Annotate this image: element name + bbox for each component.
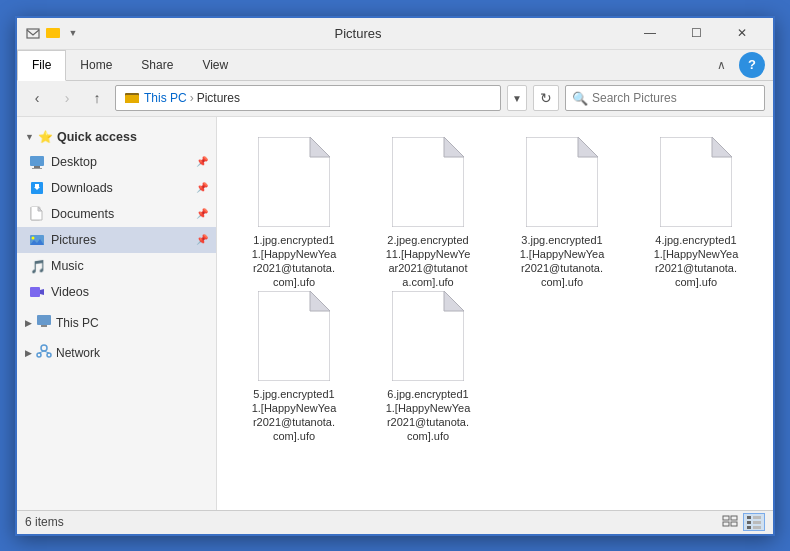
large-icons-view-btn[interactable] (743, 513, 765, 531)
path-dropdown-btn[interactable]: ▼ (507, 85, 527, 111)
this-pc-chevron: ▶ (25, 318, 32, 328)
svg-rect-45 (753, 521, 761, 524)
svg-rect-38 (723, 522, 729, 526)
sidebar: ▼ ⭐ Quick access Desktop 📌 Downloads 📌 (17, 117, 217, 510)
svg-rect-40 (731, 522, 737, 526)
svg-rect-19 (41, 325, 47, 327)
file-area: 1.jpg.encrypted1 1.[HappyNewYea r2021@tu… (217, 117, 773, 510)
svg-rect-3 (125, 95, 139, 103)
sidebar-music-label: Music (51, 259, 84, 273)
file-item[interactable]: 1.jpg.encrypted1 1.[HappyNewYea r2021@tu… (229, 129, 359, 279)
minimize-button[interactable]: — (627, 17, 673, 49)
sidebar-desktop-label: Desktop (51, 155, 97, 169)
svg-rect-6 (32, 168, 42, 169)
sidebar-item-pictures[interactable]: Pictures 📌 (17, 227, 216, 253)
list-view-btn[interactable] (719, 513, 741, 531)
svg-rect-0 (27, 29, 39, 38)
svg-point-22 (47, 353, 51, 357)
path-pictures[interactable]: Pictures (197, 91, 240, 105)
videos-icon (29, 284, 45, 300)
file-item[interactable]: 2.jpeg.encrypted 11.[HappyNewYe ar2021@t… (363, 129, 493, 279)
sidebar-downloads-label: Downloads (51, 181, 113, 195)
maximize-button[interactable]: ☐ (673, 17, 719, 49)
svg-point-20 (41, 345, 47, 351)
back-button[interactable]: ‹ (25, 86, 49, 110)
up-button[interactable]: ↑ (85, 86, 109, 110)
svg-marker-17 (40, 289, 44, 295)
file-icon (258, 137, 330, 227)
svg-marker-36 (444, 291, 464, 311)
svg-marker-30 (578, 137, 598, 157)
tab-file[interactable]: File (17, 50, 66, 81)
qat-icon-2[interactable] (45, 25, 61, 41)
svg-rect-41 (747, 516, 751, 519)
search-box[interactable]: 🔍 (565, 85, 765, 111)
file-item[interactable]: 3.jpg.encrypted1 1.[HappyNewYea r2021@tu… (497, 129, 627, 279)
file-name: 4.jpg.encrypted1 1.[HappyNewYea r2021@tu… (654, 233, 739, 290)
sidebar-videos-label: Videos (51, 285, 89, 299)
svg-line-24 (44, 351, 49, 353)
address-path[interactable]: This PC › Pictures (115, 85, 501, 111)
file-icon (258, 291, 330, 381)
help-button[interactable]: ? (739, 52, 765, 78)
status-bar: 6 items (17, 510, 773, 534)
file-item[interactable]: 4.jpg.encrypted1 1.[HappyNewYea r2021@tu… (631, 129, 761, 279)
sidebar-item-music[interactable]: 🎵 Music (17, 253, 216, 279)
downloads-icon (29, 180, 45, 196)
ribbon-tabs: File Home Share View ∧ ? (17, 50, 773, 80)
sidebar-item-documents[interactable]: Documents 📌 (17, 201, 216, 227)
this-pc-header[interactable]: ▶ This PC (17, 311, 216, 335)
path-this-pc[interactable]: This PC (144, 91, 187, 105)
network-label: Network (56, 346, 100, 360)
network-header[interactable]: ▶ Network (17, 341, 216, 365)
pin-icon: 📌 (196, 156, 208, 167)
svg-rect-16 (30, 287, 40, 297)
search-icon: 🔍 (572, 91, 588, 106)
tab-home[interactable]: Home (66, 50, 127, 80)
sidebar-item-videos[interactable]: Videos (17, 279, 216, 305)
close-button[interactable]: ✕ (719, 17, 765, 49)
svg-marker-34 (310, 291, 330, 311)
file-item[interactable]: 5.jpg.encrypted1 1.[HappyNewYea r2021@tu… (229, 283, 359, 433)
tab-view[interactable]: View (188, 50, 243, 80)
search-input[interactable] (592, 91, 758, 105)
window-title: Pictures (89, 26, 627, 41)
qat-icon-1[interactable] (25, 25, 41, 41)
svg-line-23 (39, 351, 44, 353)
svg-marker-26 (310, 137, 330, 157)
svg-point-14 (32, 236, 35, 239)
svg-rect-37 (723, 516, 729, 520)
svg-marker-32 (712, 137, 732, 157)
item-count: 6 items (25, 515, 64, 529)
svg-rect-18 (37, 315, 51, 325)
explorer-window: ▼ Pictures — ☐ ✕ File Home Share View ∧ … (15, 16, 775, 536)
address-bar: ‹ › ↑ This PC › Pictures ▼ ↻ 🔍 (17, 81, 773, 117)
svg-rect-39 (731, 516, 737, 520)
file-item[interactable]: 6.jpg.encrypted1 1.[HappyNewYea r2021@tu… (363, 283, 493, 433)
view-icons (719, 513, 765, 531)
pin-icon-3: 📌 (196, 208, 208, 219)
title-bar-icons: ▼ (25, 25, 81, 41)
network-icon (36, 343, 52, 362)
refresh-button[interactable]: ↻ (533, 85, 559, 111)
pin-icon-2: 📌 (196, 182, 208, 193)
quick-access-header[interactable]: ▼ ⭐ Quick access (17, 125, 216, 149)
pin-icon-4: 📌 (196, 234, 208, 245)
desktop-icon (29, 154, 45, 170)
sidebar-item-downloads[interactable]: Downloads 📌 (17, 175, 216, 201)
quick-access-label: ⭐ (38, 130, 53, 144)
svg-marker-28 (444, 137, 464, 157)
svg-rect-46 (753, 526, 761, 529)
svg-text:🎵: 🎵 (30, 258, 45, 274)
file-name: 3.jpg.encrypted1 1.[HappyNewYea r2021@tu… (520, 233, 605, 290)
sidebar-item-desktop[interactable]: Desktop 📌 (17, 149, 216, 175)
svg-rect-4 (30, 156, 44, 166)
network-chevron: ▶ (25, 348, 32, 358)
forward-button[interactable]: › (55, 86, 79, 110)
ribbon-collapse-btn[interactable]: ∧ (709, 53, 733, 77)
svg-rect-43 (747, 526, 751, 529)
qat-dropdown[interactable]: ▼ (65, 25, 81, 41)
chevron-icon: ▼ (25, 132, 34, 142)
tab-share[interactable]: Share (127, 50, 188, 80)
svg-rect-1 (46, 28, 60, 38)
